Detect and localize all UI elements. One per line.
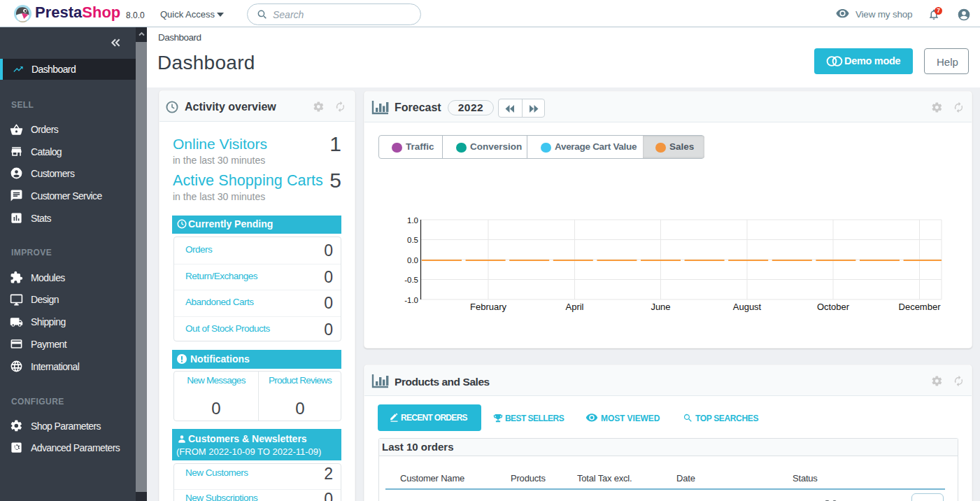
svg-text:June: June <box>651 302 670 312</box>
svg-text:February: February <box>470 302 507 312</box>
svg-text:-1.0: -1.0 <box>404 296 418 304</box>
svg-text:0.5: 0.5 <box>407 236 418 244</box>
svg-text:August: August <box>733 302 762 312</box>
svg-text:October: October <box>817 302 850 312</box>
svg-text:-0.5: -0.5 <box>404 276 418 284</box>
svg-text:0.0: 0.0 <box>407 256 418 264</box>
svg-text:April: April <box>565 302 583 312</box>
svg-text:1.0: 1.0 <box>407 216 418 225</box>
svg-text:December: December <box>899 302 942 312</box>
